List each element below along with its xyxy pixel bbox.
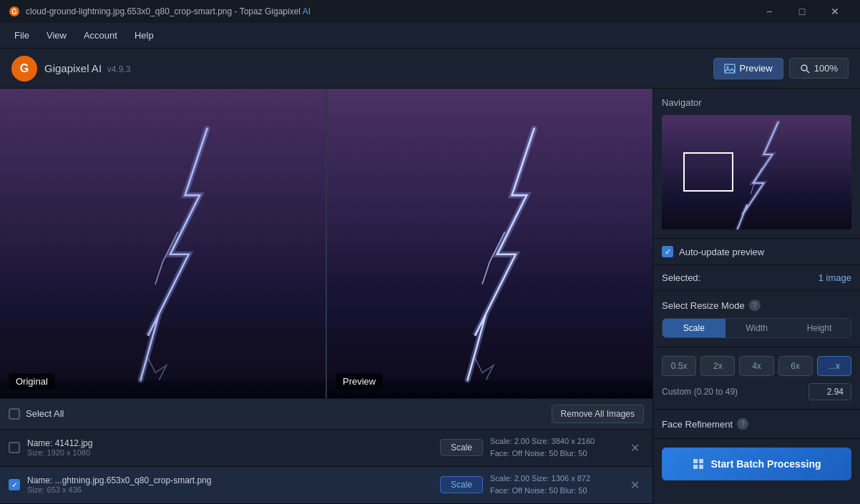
zoom-button[interactable]: 100% (789, 58, 849, 79)
toolbar: G Gigapixel AI v4.9.3 Preview 100% (0, 49, 860, 89)
scale-buttons: 0.5x 2x 4x 6x ...x (662, 356, 851, 376)
image-panel: Original Preview (0, 89, 653, 504)
item-1-size: Size: 1920 x 1080 (27, 448, 433, 457)
item-1-name: Name: 41412.jpg (27, 438, 433, 448)
face-refinement-label: Face Refinement (662, 419, 733, 430)
app-name-label: Gigapixel AI v4.9.3 (44, 62, 130, 74)
select-all-area: Select All (9, 408, 552, 420)
auto-update-label: Auto-update preview (679, 247, 764, 257)
auto-update-checkbox[interactable] (662, 246, 673, 257)
logo-area: G Gigapixel AI v4.9.3 (11, 56, 702, 81)
image-list-panel: Select All Remove All Images Name: 41412… (0, 398, 653, 504)
remove-all-button[interactable]: Remove All Images (552, 405, 644, 423)
scale-options: 0.5x 2x 4x 6x ...x Custom (0.20 to 49) 2… (653, 347, 860, 410)
auto-update-row: Auto-update preview (653, 239, 860, 265)
item-2-detail-1: Scale: 2.00 Size: 1306 x 872 (490, 473, 619, 485)
tab-scale[interactable]: Scale (663, 319, 725, 337)
item-1-info: Name: 41412.jpg Size: 1920 x 1080 (27, 438, 433, 457)
navigator-title: Navigator (662, 97, 851, 108)
item-1-details: Scale: 2.00 Size: 3840 x 2160 Face: Off … (490, 435, 619, 460)
lightning-svg-preview (327, 89, 653, 398)
selected-row: Selected: 1 image (653, 265, 860, 291)
custom-scale-label: Custom (0.20 to 49) (662, 387, 738, 397)
right-panel: Navigator Auto-update preview Selected: … (653, 89, 860, 504)
custom-scale-input[interactable]: 2.94 (808, 383, 851, 400)
menu-bar: File View Account Help (0, 23, 860, 49)
svg-text:G: G (11, 8, 17, 16)
resize-mode-tabs: Scale Width Height (662, 318, 851, 338)
navigator-viewport-box[interactable] (683, 152, 733, 192)
svg-rect-6 (0, 328, 326, 380)
scale-btn-6x[interactable]: 6x (778, 356, 813, 376)
navigator-preview[interactable] (662, 115, 851, 229)
menu-file[interactable]: File (6, 26, 38, 45)
face-refinement-section: Face Refinement ? (653, 410, 860, 439)
tab-height[interactable]: Height (788, 319, 851, 337)
item-1-detail-2: Face: Off Noise: 50 Blur: 50 (490, 448, 619, 460)
preview-view[interactable]: Preview (326, 89, 653, 398)
item-2-size: Size: 653 x 436 (27, 485, 433, 494)
menu-view[interactable]: View (38, 26, 75, 45)
item-1-checkbox[interactable] (9, 442, 20, 453)
svg-point-4 (801, 65, 807, 71)
item-2-checkbox[interactable] (9, 479, 20, 490)
image-views: Original Preview (0, 89, 653, 398)
list-item: Name: ...ghtning.jpg.653x0_q80_crop-smar… (0, 467, 653, 504)
item-2-name: Name: ...ghtning.jpg.653x0_q80_crop-smar… (27, 475, 433, 485)
resize-mode-header: Select Resize Mode ? (662, 300, 851, 311)
svg-rect-2 (725, 64, 735, 73)
title-bar-text: cloud-ground-lightning.jpg.653x0_q80_cro… (26, 6, 753, 16)
item-2-remove-button[interactable]: ✕ (626, 477, 644, 493)
face-refinement-help-icon[interactable]: ? (737, 418, 748, 430)
start-batch-button[interactable]: Start Batch Processing (662, 448, 851, 480)
original-image (0, 89, 326, 398)
original-label: Original (9, 373, 55, 390)
app-icon: G (9, 6, 20, 17)
selected-value: 1 image (819, 272, 851, 283)
select-all-checkbox[interactable] (9, 408, 20, 420)
item-1-detail-1: Scale: 2.00 Size: 3840 x 2160 (490, 435, 619, 448)
tab-width[interactable]: Width (725, 319, 788, 337)
close-button[interactable]: ✕ (819, 0, 851, 23)
selected-label: Selected: (662, 272, 700, 283)
item-2-details: Scale: 2.00 Size: 1306 x 872 Face: Off N… (490, 473, 619, 498)
svg-rect-9 (693, 459, 698, 463)
image-icon (724, 63, 736, 74)
scale-btn-2x[interactable]: 2x (700, 356, 735, 376)
item-2-scale-button[interactable]: Scale (440, 476, 483, 493)
logo-icon: G (11, 56, 37, 81)
custom-scale-row: Custom (0.20 to 49) 2.94 (662, 383, 851, 400)
lightning-svg-original (0, 89, 326, 398)
maximize-button[interactable]: □ (786, 0, 819, 23)
toolbar-right: Preview 100% (713, 58, 849, 79)
svg-rect-10 (699, 459, 703, 463)
scale-btn-4x[interactable]: 4x (739, 356, 773, 376)
zoom-icon (800, 64, 810, 74)
svg-rect-12 (699, 465, 703, 469)
main-layout: Original Preview (0, 89, 860, 504)
start-batch-label: Start Batch Processing (710, 458, 821, 470)
scale-btn-0.5x[interactable]: 0.5x (662, 356, 696, 376)
navigator-section: Navigator (653, 89, 860, 239)
svg-rect-8 (664, 208, 850, 229)
title-bar: G cloud-ground-lightning.jpg.653x0_q80_c… (0, 0, 860, 23)
batch-icon (692, 458, 705, 470)
minimize-button[interactable]: − (753, 0, 786, 23)
image-list-items: Name: 41412.jpg Size: 1920 x 1080 Scale … (0, 430, 653, 504)
item-1-remove-button[interactable]: ✕ (626, 440, 644, 456)
list-item: Name: 41412.jpg Size: 1920 x 1080 Scale … (0, 430, 653, 467)
select-all-label: Select All (26, 408, 64, 419)
preview-button[interactable]: Preview (713, 58, 783, 79)
item-1-scale-button[interactable]: Scale (440, 439, 483, 456)
menu-account[interactable]: Account (75, 26, 126, 45)
original-view[interactable]: Original (0, 89, 326, 398)
resize-mode-section: Select Resize Mode ? Scale Width Height (653, 291, 860, 347)
svg-line-5 (806, 70, 809, 73)
image-list-header: Select All Remove All Images (0, 399, 653, 430)
menu-help[interactable]: Help (126, 26, 162, 45)
resize-mode-help-icon[interactable]: ? (749, 300, 761, 311)
scale-btn-custom[interactable]: ...x (817, 356, 851, 376)
svg-rect-11 (693, 465, 698, 469)
item-2-detail-2: Face: Off Noise: 50 Blur: 50 (490, 485, 619, 498)
preview-image (327, 89, 653, 398)
